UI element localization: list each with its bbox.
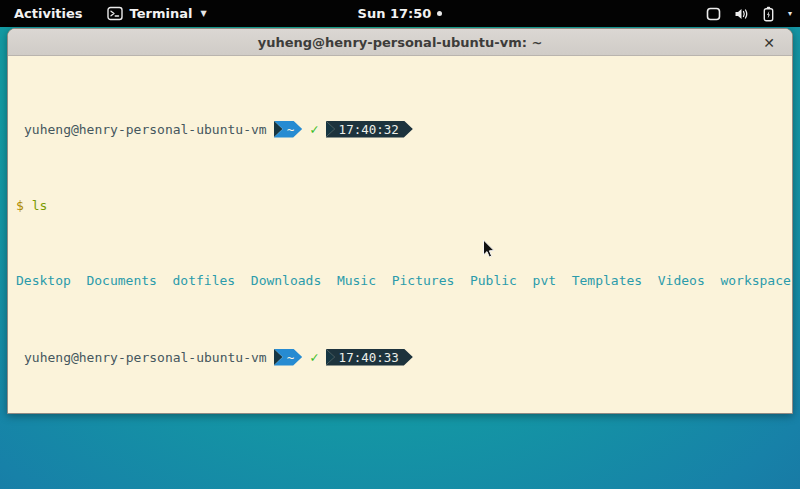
- ls-output-line: Desktop Documents dotfiles Downloads Mus…: [16, 273, 792, 288]
- window-titlebar[interactable]: yuheng@henry-personal-ubuntu-vm: ~ ✕: [8, 29, 792, 56]
- chevron-down-icon: ▾: [788, 9, 792, 18]
- gnome-top-bar: Activities Terminal ▼ Sun 17:50: [0, 0, 800, 27]
- app-menu-label: Terminal: [130, 6, 193, 21]
- terminal-icon: [107, 6, 123, 21]
- time-label: 17:40:33: [326, 349, 413, 366]
- clock[interactable]: Sun 17:50: [358, 6, 432, 21]
- command-line: $ ls: [16, 198, 792, 213]
- desktop-background: yuheng@henry-personal-ubuntu-vm: ~ ✕ yuh…: [0, 27, 800, 489]
- cwd-badge: ~: [274, 349, 303, 366]
- activities-button[interactable]: Activities: [10, 6, 87, 21]
- system-status-area[interactable]: ▾: [706, 0, 792, 27]
- prompt-char: $: [16, 198, 24, 213]
- prompt-line: yuheng@henry-personal-ubuntu-vm ~ ✓ 17:4…: [16, 120, 792, 138]
- terminal-content[interactable]: yuheng@henry-personal-ubuntu-vm ~ ✓ 17:4…: [8, 56, 792, 414]
- time-label: 17:40:32: [326, 121, 413, 138]
- close-icon[interactable]: ✕: [758, 29, 780, 56]
- display-icon: [706, 7, 721, 21]
- screen: Activities Terminal ▼ Sun 17:50: [0, 0, 800, 489]
- chevron-down-icon: ▼: [200, 9, 206, 18]
- command-text: ls: [32, 198, 48, 213]
- terminal-window: yuheng@henry-personal-ubuntu-vm: ~ ✕ yuh…: [7, 28, 793, 414]
- time-badge: 17:40:33: [326, 349, 413, 366]
- volume-icon: [734, 7, 750, 21]
- status-check-icon: ✓: [310, 350, 318, 365]
- app-menu-terminal[interactable]: Terminal ▼: [107, 6, 207, 21]
- ls-output: Desktop Documents dotfiles Downloads Mus…: [16, 273, 791, 288]
- prompt-line: yuheng@henry-personal-ubuntu-vm ~ ✓ 17:4…: [16, 348, 792, 366]
- notification-dot: [437, 11, 442, 16]
- time-badge: 17:40:32: [326, 121, 413, 138]
- window-title: yuheng@henry-personal-ubuntu-vm: ~: [258, 35, 543, 50]
- battery-charging-icon: [763, 6, 774, 22]
- cwd-badge: ~: [274, 121, 303, 138]
- prompt-user-host: yuheng@henry-personal-ubuntu-vm: [16, 122, 267, 137]
- status-check-icon: ✓: [310, 122, 318, 137]
- prompt-user-host: yuheng@henry-personal-ubuntu-vm: [16, 350, 267, 365]
